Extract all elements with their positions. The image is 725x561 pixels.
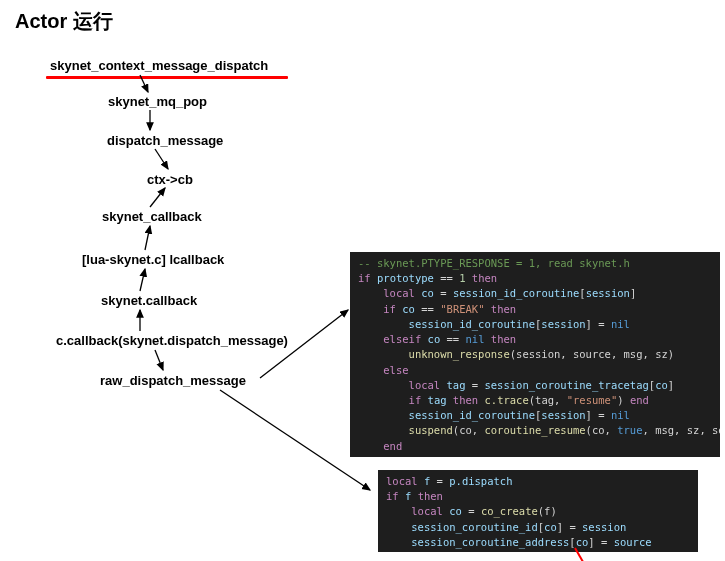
kw-local: local [383, 287, 415, 299]
var: co [421, 287, 434, 299]
var: session_coroutine_address [411, 536, 569, 548]
op: = [569, 521, 575, 533]
op: = [437, 475, 443, 487]
node-ctx-cb: ctx->cb [147, 172, 193, 187]
var: session_id_coroutine [409, 318, 535, 330]
var: source [614, 536, 652, 548]
args: (session, source, msg, sz) [510, 348, 674, 360]
op: = [472, 379, 478, 391]
var: tag [447, 379, 466, 391]
var: co [655, 379, 668, 391]
var: session [586, 287, 630, 299]
op: == [421, 303, 434, 315]
node-lua-lcallback: [lua-skynet.c] lcallback [82, 252, 224, 267]
code-block-response: -- skynet.PTYPE_RESPONSE = 1, read skyne… [350, 252, 720, 457]
svg-line-2 [155, 149, 168, 169]
svg-line-4 [145, 226, 150, 250]
var: co [544, 521, 557, 533]
fn: coroutine_resume [484, 424, 585, 436]
op: = [598, 318, 604, 330]
kw-elseif: elseif [383, 333, 421, 345]
args: (tag, [529, 394, 567, 406]
kw-then: then [453, 394, 478, 406]
kw-if: if [358, 272, 371, 284]
kw-then: then [491, 333, 516, 345]
var: co [449, 505, 462, 517]
kw-then: then [491, 303, 516, 315]
str: "resume" [567, 394, 618, 406]
node-dispatch: skynet_context_message_dispatch [50, 58, 268, 73]
svg-line-5 [140, 269, 145, 291]
op: = [598, 409, 604, 421]
code-comment: -- skynet.PTYPE_RESPONSE = 1, read skyne… [358, 257, 630, 269]
kw-if: if [383, 303, 396, 315]
var: p.dispatch [449, 475, 512, 487]
node-skynet-callback: skynet_callback [102, 209, 202, 224]
args: (co, [453, 424, 485, 436]
args: (co, [586, 424, 618, 436]
nil: nil [466, 333, 485, 345]
kw-else: else [383, 364, 408, 376]
node-mqpop: skynet_mq_pop [108, 94, 207, 109]
var: co [428, 333, 441, 345]
kw-end: end [383, 440, 402, 452]
fn: co_create [481, 505, 538, 517]
var: session [541, 409, 585, 421]
var: co [576, 536, 589, 548]
var: f [424, 475, 430, 487]
fn: unknown_response [409, 348, 510, 360]
node-skynet-dot-callback: skynet.callback [101, 293, 197, 308]
code-block-dispatch: local f = p.dispatch if f then local co … [378, 470, 698, 552]
num: 1 [459, 272, 465, 284]
op: == [440, 272, 453, 284]
op: = [601, 536, 607, 548]
paren: ) [617, 394, 623, 406]
nil: nil [611, 318, 630, 330]
red-underline [46, 76, 288, 79]
node-raw-dispatch: raw_dispatch_message [100, 373, 246, 388]
svg-line-3 [150, 188, 165, 207]
kw-then: then [472, 272, 497, 284]
svg-line-7 [155, 350, 163, 370]
var: f [405, 490, 411, 502]
true: true [617, 424, 642, 436]
kw-local: local [409, 379, 441, 391]
fn: c.trace [484, 394, 528, 406]
str: "BREAK" [440, 303, 484, 315]
var: session [541, 318, 585, 330]
op: == [447, 333, 460, 345]
var: session_coroutine_id [411, 521, 537, 533]
svg-line-9 [220, 390, 370, 490]
kw-end: end [630, 394, 649, 406]
node-dispatch-msg: dispatch_message [107, 133, 223, 148]
var: prototype [377, 272, 434, 284]
kw-end: end [358, 455, 377, 457]
diagram-title: Actor 运行 [15, 8, 113, 35]
var: co [402, 303, 415, 315]
args: , msg, sz, ses [643, 424, 720, 436]
node-c-callback: c.callback(skynet.dispatch_message) [56, 333, 288, 348]
op: = [440, 287, 446, 299]
var: session_id_coroutine [453, 287, 579, 299]
var: session_id_coroutine [409, 409, 535, 421]
kw-then: then [418, 490, 443, 502]
var: session [582, 521, 626, 533]
args: (f) [538, 505, 557, 517]
nil: nil [611, 409, 630, 421]
kw-if: if [386, 490, 399, 502]
kw-local: local [411, 505, 443, 517]
kw-if: if [409, 394, 422, 406]
fn: suspend [409, 424, 453, 436]
op: = [468, 505, 474, 517]
var: tag [428, 394, 447, 406]
kw-local: local [386, 475, 418, 487]
var: session_coroutine_tracetag [484, 379, 648, 391]
